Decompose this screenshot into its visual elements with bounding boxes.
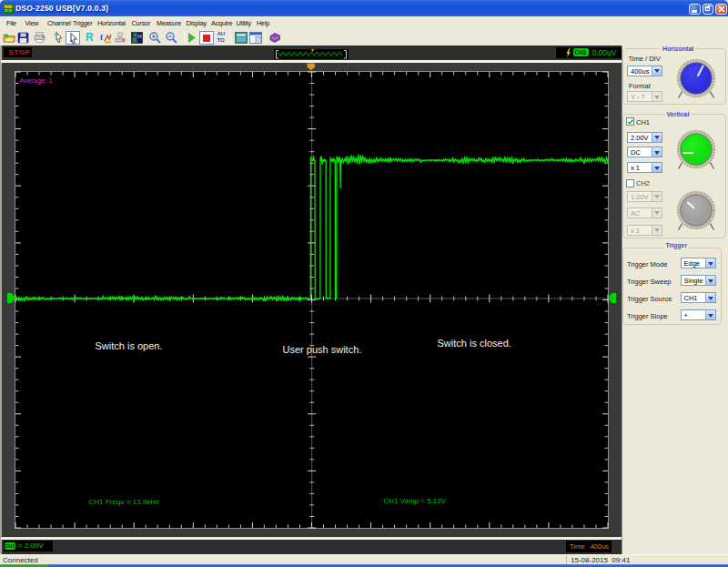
svg-text:f: f [100, 33, 104, 42]
